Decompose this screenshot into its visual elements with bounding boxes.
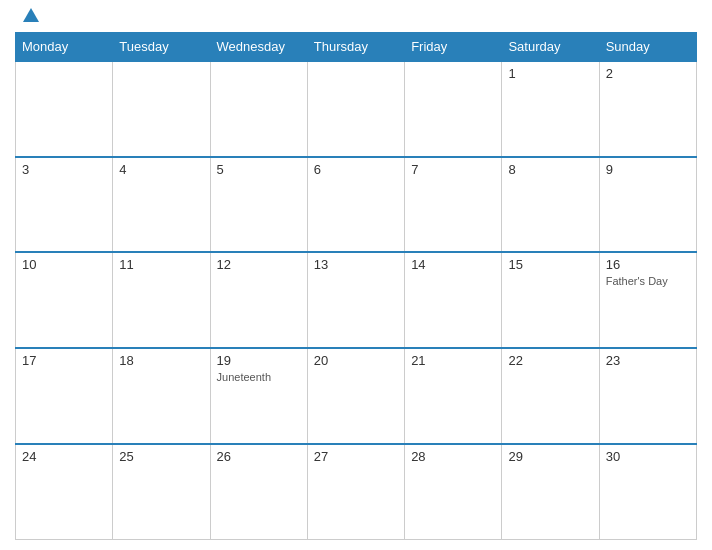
- day-cell: 30: [599, 444, 696, 540]
- day-number: 17: [22, 353, 106, 368]
- day-number: 19: [217, 353, 301, 368]
- day-number: 1: [508, 66, 592, 81]
- day-cell: 16Father's Day: [599, 252, 696, 348]
- day-cell: [405, 61, 502, 157]
- logo-triangle-icon: [23, 8, 39, 22]
- day-number: 30: [606, 449, 690, 464]
- day-number: 7: [411, 162, 495, 177]
- day-number: 12: [217, 257, 301, 272]
- day-number: 23: [606, 353, 690, 368]
- weekday-header-friday: Friday: [405, 33, 502, 62]
- calendar-container: MondayTuesdayWednesdayThursdayFridaySatu…: [0, 0, 712, 550]
- header: [15, 10, 697, 24]
- day-cell: 8: [502, 157, 599, 253]
- day-number: 6: [314, 162, 398, 177]
- day-cell: 25: [113, 444, 210, 540]
- day-event: Juneteenth: [217, 371, 301, 383]
- week-row-4: 171819Juneteenth20212223: [16, 348, 697, 444]
- day-cell: 13: [307, 252, 404, 348]
- day-number: 29: [508, 449, 592, 464]
- day-number: 21: [411, 353, 495, 368]
- day-number: 8: [508, 162, 592, 177]
- week-row-1: 12: [16, 61, 697, 157]
- day-cell: 28: [405, 444, 502, 540]
- week-row-3: 10111213141516Father's Day: [16, 252, 697, 348]
- day-event: Father's Day: [606, 275, 690, 287]
- day-cell: 19Juneteenth: [210, 348, 307, 444]
- day-cell: 26: [210, 444, 307, 540]
- weekday-header-saturday: Saturday: [502, 33, 599, 62]
- day-cell: [307, 61, 404, 157]
- logo: [20, 10, 39, 24]
- day-cell: 27: [307, 444, 404, 540]
- day-cell: 12: [210, 252, 307, 348]
- day-cell: 3: [16, 157, 113, 253]
- day-number: 15: [508, 257, 592, 272]
- day-cell: 5: [210, 157, 307, 253]
- day-cell: 9: [599, 157, 696, 253]
- day-number: 26: [217, 449, 301, 464]
- day-number: 27: [314, 449, 398, 464]
- day-cell: 2: [599, 61, 696, 157]
- day-number: 22: [508, 353, 592, 368]
- day-cell: 24: [16, 444, 113, 540]
- day-cell: 6: [307, 157, 404, 253]
- weekday-header-monday: Monday: [16, 33, 113, 62]
- day-cell: [16, 61, 113, 157]
- weekday-header-sunday: Sunday: [599, 33, 696, 62]
- day-number: 11: [119, 257, 203, 272]
- day-cell: 15: [502, 252, 599, 348]
- weekday-header-tuesday: Tuesday: [113, 33, 210, 62]
- day-cell: 18: [113, 348, 210, 444]
- day-number: 28: [411, 449, 495, 464]
- day-number: 10: [22, 257, 106, 272]
- day-cell: 21: [405, 348, 502, 444]
- day-number: 9: [606, 162, 690, 177]
- day-cell: [210, 61, 307, 157]
- day-cell: 1: [502, 61, 599, 157]
- day-number: 18: [119, 353, 203, 368]
- weekday-header-row: MondayTuesdayWednesdayThursdayFridaySatu…: [16, 33, 697, 62]
- week-row-5: 24252627282930: [16, 444, 697, 540]
- day-cell: 14: [405, 252, 502, 348]
- day-cell: 22: [502, 348, 599, 444]
- day-number: 13: [314, 257, 398, 272]
- day-cell: 23: [599, 348, 696, 444]
- day-number: 5: [217, 162, 301, 177]
- day-cell: 20: [307, 348, 404, 444]
- day-number: 16: [606, 257, 690, 272]
- day-cell: 29: [502, 444, 599, 540]
- day-cell: 7: [405, 157, 502, 253]
- day-number: 14: [411, 257, 495, 272]
- day-cell: 4: [113, 157, 210, 253]
- day-number: 20: [314, 353, 398, 368]
- day-cell: [113, 61, 210, 157]
- weekday-header-thursday: Thursday: [307, 33, 404, 62]
- day-cell: 10: [16, 252, 113, 348]
- day-number: 25: [119, 449, 203, 464]
- day-number: 4: [119, 162, 203, 177]
- day-cell: 11: [113, 252, 210, 348]
- week-row-2: 3456789: [16, 157, 697, 253]
- weekday-header-wednesday: Wednesday: [210, 33, 307, 62]
- calendar-table: MondayTuesdayWednesdayThursdayFridaySatu…: [15, 32, 697, 540]
- day-number: 24: [22, 449, 106, 464]
- day-number: 3: [22, 162, 106, 177]
- day-cell: 17: [16, 348, 113, 444]
- day-number: 2: [606, 66, 690, 81]
